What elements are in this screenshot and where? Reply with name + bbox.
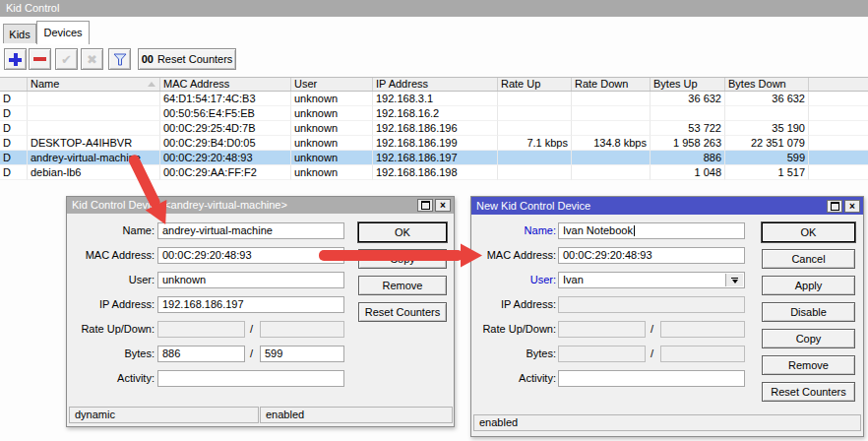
column-header-user[interactable]: User (291, 78, 373, 91)
cell-rate_up (498, 165, 572, 180)
cell-filler (809, 136, 868, 151)
column-header-ip[interactable]: IP Address (373, 78, 498, 91)
ip-field[interactable] (558, 296, 745, 313)
cell-flags: D (0, 92, 28, 106)
rate-down-field[interactable] (660, 321, 745, 338)
table-row[interactable]: D00:0C:29:25:4D:7Bunknown192.168.186.196… (0, 121, 868, 136)
counters-icon: 00 (142, 53, 154, 65)
maximize-button[interactable] (827, 200, 842, 213)
activity-field[interactable] (157, 370, 344, 387)
new-dialog-titlebar: New Kid Control Device (471, 197, 863, 215)
table-row[interactable]: D64:D1:54:17:4C:B3unknown192.168.3.136 6… (0, 92, 868, 106)
cell-mac: 00:0C:29:B4:D0:05 (160, 136, 291, 151)
table-row[interactable]: Ddebian-lb600:0C:29:AA:FF:F2unknown192.1… (0, 165, 868, 180)
reset-counters-button[interactable]: Reset Counters (762, 382, 855, 402)
mac-field[interactable]: 00:0C:29:20:48:93 (157, 247, 344, 264)
maximize-button[interactable] (417, 199, 433, 212)
rate-up-field[interactable] (157, 321, 245, 338)
close-icon: × (849, 202, 855, 212)
name-field[interactable]: andrey-virtual-machine (157, 222, 344, 239)
tab-devices-label: Devices (43, 27, 82, 38)
column-header-rate-up[interactable]: Rate Up (498, 78, 572, 91)
ip-field[interactable]: 192.168.186.197 (157, 296, 344, 313)
devices-table: Name MAC Address User IP Address Rate Up… (0, 77, 868, 180)
ok-button[interactable]: OK (358, 222, 447, 242)
ip-label: IP Address: (475, 296, 556, 313)
rate-down-field[interactable] (260, 321, 344, 338)
new-kid-control-device-dialog: New Kid Control Device × Name: Ivan Note… (470, 196, 864, 437)
filter-button[interactable] (108, 48, 131, 70)
column-header-rate-down[interactable]: Rate Down (572, 78, 651, 91)
minus-icon (33, 57, 46, 61)
apply-button[interactable]: Apply (762, 276, 855, 295)
tab-devices[interactable]: Devices (36, 21, 90, 44)
cell-filler (809, 92, 868, 106)
cell-rate_up (498, 92, 572, 106)
close-button[interactable]: × (844, 200, 860, 213)
mac-label: MAC Address: (71, 247, 155, 264)
cell-rate_up (498, 121, 572, 136)
dropdown-button[interactable] (725, 274, 743, 286)
bytes-up-field[interactable] (558, 346, 646, 362)
copy-button[interactable]: Copy (358, 249, 447, 269)
funnel-icon (113, 53, 127, 66)
user-label: User: (475, 272, 556, 288)
tab-kids[interactable]: Kids (3, 24, 36, 43)
cell-name (28, 92, 160, 106)
bytes-down-field[interactable]: 599 (260, 346, 344, 362)
cell-name: debian-lb6 (28, 165, 160, 180)
table-row[interactable]: DDESKTOP-A4IHBVR00:0C:29:B4:D0:05unknown… (0, 136, 868, 151)
cell-filler (809, 165, 868, 180)
table-row[interactable]: D00:50:56:E4:F5:EBunknown192.168.16.2 (0, 106, 868, 121)
reset-counters-label: Reset Counters (157, 53, 232, 65)
table-row[interactable]: Dandrey-virtual-machine00:0C:29:20:48:93… (0, 151, 868, 165)
cell-bytes_down: 599 (725, 151, 809, 165)
rate-separator: / (651, 321, 653, 338)
status-enabled: enabled (260, 407, 453, 423)
column-header-name[interactable]: Name (28, 78, 160, 91)
bytes-label: Bytes: (71, 346, 155, 362)
column-header-bytes-down[interactable]: Bytes Down (725, 78, 809, 91)
user-field[interactable]: unknown (157, 272, 344, 288)
bytes-down-field[interactable] (660, 346, 745, 362)
column-header-mac[interactable]: MAC Address (160, 78, 291, 91)
rate-up-field[interactable] (558, 321, 646, 338)
bytes-up-field[interactable]: 886 (157, 346, 245, 362)
mac-input[interactable]: 00:0C:29:20:48:93 (558, 247, 745, 264)
name-input-value: Ivan Notebook (563, 224, 633, 236)
reset-counters-toolbar-button[interactable]: 00 Reset Counters (138, 48, 236, 70)
disable-button[interactable]: Disable (762, 302, 855, 322)
new-dialog-title: New Kid Control Device (476, 200, 590, 212)
remove-button[interactable] (29, 48, 51, 70)
reset-counters-button[interactable]: Reset Counters (358, 302, 447, 322)
cell-flags: D (0, 121, 28, 136)
bytes-label: Bytes: (475, 346, 556, 362)
cell-user: unknown (291, 136, 373, 151)
enable-button[interactable]: ✔ (55, 48, 78, 70)
cell-user: unknown (291, 92, 373, 106)
cell-flags: D (0, 165, 28, 180)
close-button[interactable]: × (435, 199, 451, 212)
cell-name: andrey-virtual-machine (28, 151, 160, 165)
device-dialog-title: Kid Control Device <andrey-virtual-machi… (72, 199, 287, 211)
copy-button[interactable]: Copy (762, 329, 855, 348)
name-input[interactable]: Ivan Notebook (558, 222, 745, 239)
ip-label: IP Address: (71, 296, 155, 313)
activity-label: Activity: (71, 370, 155, 387)
cell-flags: D (0, 106, 28, 121)
cell-ip: 192.168.3.1 (373, 92, 498, 106)
add-button[interactable] (4, 48, 27, 70)
column-header-bytes-up[interactable]: Bytes Up (651, 78, 725, 91)
cell-rate_down (572, 106, 651, 121)
activity-label: Activity: (475, 370, 556, 387)
cancel-button[interactable]: Cancel (762, 249, 855, 269)
remove-button[interactable]: Remove (762, 355, 855, 375)
remove-button[interactable]: Remove (358, 276, 447, 295)
column-header-state[interactable] (0, 78, 28, 91)
activity-field[interactable] (558, 370, 745, 387)
table-body: D64:D1:54:17:4C:B3unknown192.168.3.136 6… (0, 92, 868, 180)
maximize-icon (831, 202, 839, 211)
user-dropdown[interactable]: Ivan (558, 272, 745, 288)
ok-button[interactable]: OK (762, 222, 855, 242)
disable-button[interactable]: ✖ (81, 48, 103, 70)
